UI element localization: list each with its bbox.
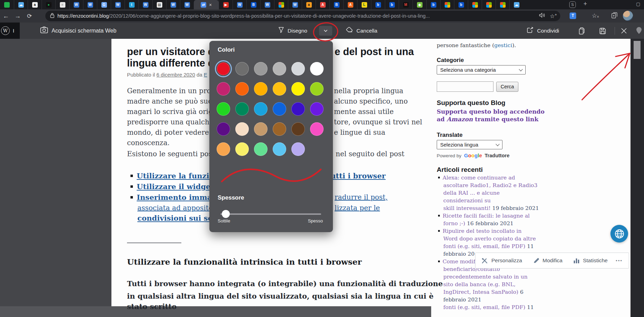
tab[interactable]: ≡ <box>55 0 69 9</box>
scrollbar-track[interactable] <box>631 39 644 317</box>
close-capture-button[interactable] <box>619 26 629 35</box>
color-swatch[interactable] <box>217 142 230 156</box>
tab[interactable]: W <box>233 0 246 9</box>
tab[interactable]: W <box>180 0 194 9</box>
color-swatch[interactable] <box>291 142 305 156</box>
color-swatch[interactable] <box>273 62 286 76</box>
tab[interactable]: W <box>138 0 152 9</box>
scrollbar-thumb[interactable] <box>634 41 641 59</box>
tab[interactable] <box>440 0 454 9</box>
text-fragment[interactable]: febbraio 20 <box>443 251 474 257</box>
color-swatch[interactable] <box>273 82 286 96</box>
tab[interactable]: ☁ <box>14 0 28 9</box>
copy-button[interactable] <box>577 26 587 35</box>
list-item[interactable]: Alexa: come continuare ad <box>438 175 515 181</box>
tab[interactable]: a <box>302 0 316 9</box>
support-link-line1[interactable]: Supporta questo blog accedendo <box>437 108 545 115</box>
tab[interactable]: M <box>399 0 412 9</box>
text-fragment[interactable]: sito della banca (e.g. BNL, <box>443 281 516 288</box>
stats-button[interactable]: Statistiche <box>573 257 608 264</box>
categories-select[interactable]: Seleziona una categoria <box>437 65 526 74</box>
tab[interactable]: L <box>357 0 371 9</box>
read-aloud-icon[interactable] <box>539 12 545 19</box>
list-item[interactable]: Inserimento immag <box>130 193 217 202</box>
tab[interactable]: t <box>125 0 138 9</box>
customize-button[interactable]: Personalizza <box>482 257 522 264</box>
collections-icon[interactable] <box>611 12 618 20</box>
color-swatch[interactable] <box>273 122 286 136</box>
text-fragment[interactable]: febbraio 2021 <box>443 297 481 303</box>
color-swatch[interactable] <box>254 102 267 116</box>
tab[interactable]: W <box>288 0 302 9</box>
forward-button[interactable]: → <box>12 12 24 20</box>
save-button[interactable] <box>597 26 608 35</box>
color-swatch[interactable] <box>310 122 324 136</box>
sidebar-search-input[interactable] <box>437 81 493 92</box>
tab[interactable] <box>468 0 482 9</box>
tab[interactable]: W <box>69 0 83 9</box>
color-swatch[interactable] <box>310 62 324 76</box>
text-fragment[interactable]: associata ad apposito li <box>137 204 219 212</box>
tab[interactable]: A <box>316 0 329 9</box>
list-item[interactable]: Ripulire del testo incollato in <box>438 228 521 234</box>
tab[interactable]: W <box>260 0 274 9</box>
erase-button[interactable]: Cancella <box>346 23 377 39</box>
text-fragment[interactable]: ascoltare Radio1, Radio2 e Radio3 <box>443 182 537 188</box>
tab[interactable]: ▤ <box>152 0 166 9</box>
color-swatch[interactable] <box>235 62 249 76</box>
text-fragment[interactable]: considerazioni su <box>443 197 491 204</box>
edit-button[interactable]: Modifica <box>533 257 563 264</box>
add-favorite-icon[interactable]: ☆+ <box>550 13 557 19</box>
tab[interactable]: b <box>385 0 399 9</box>
color-swatch[interactable] <box>235 142 249 156</box>
refresh-button[interactable]: ⟳ <box>24 12 35 20</box>
tab[interactable]: G <box>97 0 111 9</box>
text-fragment[interactable]: IngDirect, Intesa SanPaolo) 6 <box>443 289 524 295</box>
window-icon[interactable]: ▢ <box>636 1 640 7</box>
draw-button[interactable]: Disegno <box>278 23 307 39</box>
tab[interactable] <box>482 0 496 9</box>
color-swatch[interactable] <box>217 82 230 96</box>
color-swatch[interactable] <box>217 122 230 136</box>
tab[interactable]: ☁ <box>509 0 523 9</box>
active-tab[interactable]: ⇄× <box>194 0 219 9</box>
color-swatch[interactable] <box>310 82 324 96</box>
tab[interactable] <box>274 0 288 9</box>
color-swatch[interactable] <box>235 122 249 136</box>
color-swatch[interactable] <box>235 82 249 96</box>
profile-avatar[interactable] <box>623 11 633 21</box>
tab[interactable] <box>496 0 509 9</box>
tab[interactable]: ▶ <box>219 0 233 9</box>
text-fragment[interactable]: condivisioni sui soc <box>137 214 217 222</box>
text-fragment[interactable]: della RAI ... e alcune <box>443 190 500 196</box>
tab[interactable]: B <box>329 0 343 9</box>
translate-extension-icon[interactable]: T <box>570 12 576 19</box>
tab[interactable] <box>0 0 14 9</box>
color-swatch[interactable] <box>291 102 305 116</box>
tab[interactable]: W <box>83 0 97 9</box>
color-swatch[interactable] <box>254 142 267 156</box>
text-fragment[interactable]: fonti (e.g. siti, email, file PDF) 11 <box>443 304 534 310</box>
translate-globe-button[interactable] <box>610 225 628 243</box>
color-swatch[interactable] <box>273 142 286 156</box>
tab-close-icon[interactable]: × <box>209 2 212 8</box>
text-fragment[interactable]: Word dopo averlo copiato da altre <box>443 236 536 242</box>
new-tab-button[interactable]: + <box>583 0 587 8</box>
color-swatch[interactable] <box>235 102 249 116</box>
address-bar[interactable]: https://enzocontini.blog/2020/12/06/come… <box>45 11 560 21</box>
tab[interactable]: W <box>166 0 180 9</box>
color-swatch[interactable] <box>273 102 286 116</box>
tab[interactable]: B <box>246 0 260 9</box>
color-swatch[interactable] <box>291 122 305 136</box>
tab[interactable]: a <box>28 0 42 9</box>
list-item[interactable]: Come modific <box>438 258 480 265</box>
draw-options-dropdown[interactable] <box>319 26 332 36</box>
color-swatch[interactable] <box>291 82 305 96</box>
color-swatch[interactable] <box>254 62 267 76</box>
text-fragment[interactable]: precedentemente salvato in un <box>443 274 528 280</box>
tab[interactable]: W <box>111 0 125 9</box>
color-swatch[interactable] <box>217 102 230 116</box>
more-actions-button[interactable]: ••• <box>616 258 623 263</box>
text-fragment[interactable]: fonti (e.g. siti, email, file PDF) 11 <box>443 243 534 249</box>
color-swatch[interactable] <box>310 102 324 116</box>
